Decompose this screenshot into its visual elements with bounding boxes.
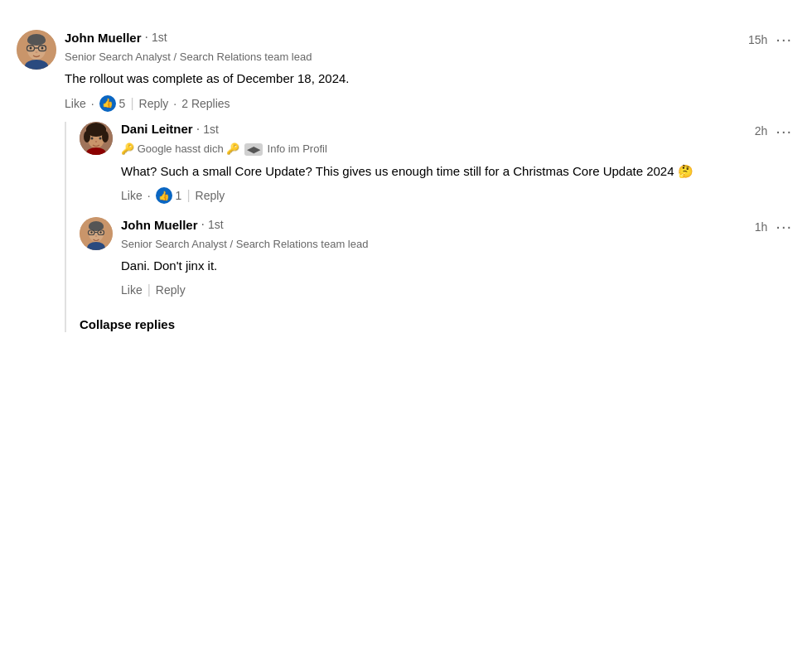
like-count: 👍 5 [99, 95, 126, 112]
replies-count[interactable]: 2 Replies [181, 97, 230, 110]
comment-text: The rollout was complete as of December … [65, 70, 795, 89]
collapse-replies-button[interactable]: Collapse replies [80, 311, 795, 332]
john-reply-degree-dot: · [201, 217, 205, 232]
john-reply-like-button[interactable]: Like [121, 283, 143, 297]
john-reply-more-options-button[interactable]: ··· [772, 217, 795, 236]
john-reply-author-name[interactable]: John Mueller [121, 218, 198, 232]
action-dot-2: · [173, 97, 176, 110]
dani-like-button[interactable]: Like [121, 189, 143, 202]
thumb-icon: 👍 [99, 95, 116, 112]
comment-header: John Mueller · 1st 15h ··· [65, 30, 795, 49]
svg-point-12 [36, 51, 38, 53]
reply-button[interactable]: Reply [139, 97, 169, 110]
header-right: 15h ··· [748, 30, 795, 49]
dani-header-right: 2h ··· [755, 122, 795, 141]
key-icon-2: 🔑 [226, 142, 239, 155]
john-reply-reply-button[interactable]: Reply [156, 283, 186, 297]
john-reply-comment-meta: John Mueller · 1st [121, 217, 224, 232]
svg-point-32 [99, 231, 101, 233]
dani-avatar[interactable] [80, 122, 113, 155]
dani-comment-actions: Like · 👍 1 | Reply [121, 187, 795, 204]
timestamp: 15h [748, 33, 767, 46]
like-number: 5 [119, 97, 126, 110]
dani-like-count: 👍 1 [156, 187, 182, 204]
dani-reply-comment: Dani Leitner · 1st 2h ··· 🔑 🔑 Google has… [80, 122, 795, 205]
main-comment: John Mueller · 1st 15h ··· Senior Search… [17, 30, 795, 112]
john-reply-header-right: 1h ··· [755, 217, 795, 236]
svg-point-21 [99, 137, 102, 139]
svg-point-20 [91, 137, 94, 139]
like-button[interactable]: Like [65, 97, 86, 110]
dani-author-name[interactable]: Dani Leitner [121, 122, 193, 136]
john-reply-comment: John Mueller · 1st 1h ··· Senior Search … [80, 217, 795, 297]
degree-dot: · [145, 30, 148, 45]
dani-author-headline: 🔑 🔑 Google hasst dich 🔑 Google hasst dic… [121, 142, 795, 156]
comment-meta: John Mueller · 1st [65, 30, 167, 45]
svg-point-19 [102, 131, 109, 142]
john-reply-comment-body: John Mueller · 1st 1h ··· Senior Search … [121, 217, 795, 297]
author-headline: Senior Search Analyst / Search Relations… [65, 51, 795, 63]
dani-comment-body: Dani Leitner · 1st 2h ··· 🔑 🔑 Google has… [121, 122, 795, 205]
dani-thumb-icon: 👍 [156, 187, 172, 204]
dani-headline-suffix: Info im Profil [268, 142, 327, 155]
svg-point-33 [95, 235, 97, 237]
svg-point-22 [95, 141, 97, 142]
author-name[interactable]: John Mueller [65, 31, 142, 45]
replies-section: Dani Leitner · 1st 2h ··· 🔑 🔑 Google has… [65, 122, 795, 332]
dani-comment-header: Dani Leitner · 1st 2h ··· [121, 122, 795, 141]
dani-comment-meta: Dani Leitner · 1st [121, 122, 219, 137]
john-reply-avatar[interactable] [80, 217, 113, 250]
john-reply-comment-header: John Mueller · 1st 1h ··· [121, 217, 795, 236]
dani-comment-text: What? Such a small Core Update? This giv… [121, 162, 795, 181]
blocked-icon: ◀▶ [244, 143, 263, 156]
key-icon-1: 🔑 [121, 142, 134, 155]
dani-connection-degree: 1st [203, 123, 219, 136]
dani-timestamp: 2h [755, 124, 768, 138]
john-reply-comment-text: Dani. Don't jinx it. [121, 257, 795, 276]
svg-point-18 [84, 131, 90, 142]
action-separator: | [130, 96, 133, 111]
dani-degree-dot: · [196, 122, 200, 137]
dani-reply-button[interactable]: Reply [196, 189, 225, 202]
john-reply-action-separator: | [147, 282, 151, 297]
svg-point-7 [30, 47, 32, 50]
dani-more-options-button[interactable]: ··· [772, 122, 795, 141]
svg-point-6 [27, 36, 46, 46]
avatar[interactable] [17, 30, 56, 70]
main-comment-body: John Mueller · 1st 15h ··· Senior Search… [65, 30, 795, 112]
connection-degree: 1st [152, 31, 167, 44]
collapse-replies-label[interactable]: Collapse replies [80, 317, 175, 331]
john-reply-timestamp: 1h [755, 220, 768, 234]
comment-thread: John Mueller · 1st 15h ··· Senior Search… [0, 17, 812, 345]
dani-action-separator: | [186, 188, 190, 203]
svg-point-31 [90, 231, 92, 233]
more-options-button[interactable]: ··· [772, 30, 795, 49]
svg-point-8 [41, 47, 44, 50]
dani-action-dot-1: · [147, 189, 151, 202]
dani-like-number: 1 [176, 189, 182, 202]
john-reply-connection-degree: 1st [208, 218, 224, 231]
comment-actions: Like · 👍 5 | Reply · 2 Replies [65, 95, 795, 112]
action-dot-1: · [91, 97, 94, 110]
john-reply-comment-actions: Like | Reply [121, 282, 795, 297]
john-reply-author-headline: Senior Search Analyst / Search Relations… [121, 238, 795, 250]
